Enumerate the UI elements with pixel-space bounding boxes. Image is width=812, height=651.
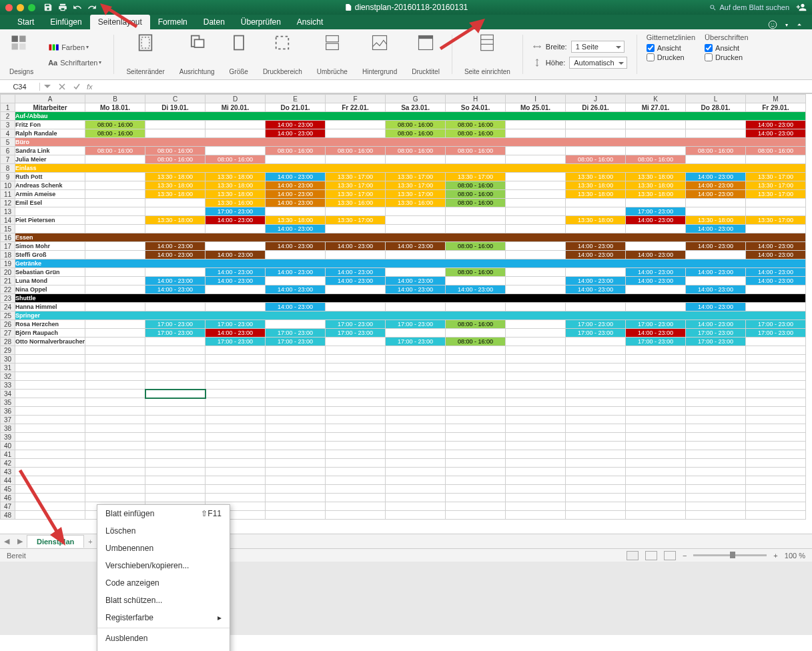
shift-cell[interactable] [145, 121, 206, 129]
shift-cell[interactable] [626, 285, 686, 294]
shift-cell[interactable] [85, 207, 145, 216]
cell[interactable] [446, 346, 506, 355]
shift-cell[interactable]: 14:00 - 23:00 [626, 268, 686, 277]
cell[interactable] [206, 459, 266, 468]
shift-cell[interactable]: 13:30 - 18:00 [145, 181, 206, 190]
shift-cell[interactable] [145, 199, 206, 207]
employee-name-cell[interactable]: Ruth Pott [15, 173, 85, 181]
shift-cell[interactable] [266, 277, 326, 285]
shift-cell[interactable] [506, 121, 566, 129]
shift-cell[interactable]: 08:00 - 16:00 [446, 129, 506, 138]
cell[interactable] [326, 381, 386, 390]
shift-cell[interactable]: 14:00 - 23:00 [266, 121, 326, 129]
cell[interactable] [626, 511, 686, 520]
shift-cell[interactable]: 08:00 - 16:00 [446, 320, 506, 329]
shift-cell[interactable]: 08:00 - 16:00 [686, 147, 746, 155]
row-header[interactable]: 2 [1, 112, 15, 121]
cell[interactable] [446, 424, 506, 433]
cell[interactable] [446, 502, 506, 511]
cell[interactable] [326, 511, 386, 520]
cell[interactable] [746, 511, 806, 520]
cell[interactable] [566, 459, 626, 468]
cell[interactable] [626, 494, 686, 502]
row-header[interactable]: 18 [1, 251, 15, 259]
cell[interactable] [206, 346, 266, 355]
cell[interactable] [145, 364, 206, 372]
view-page-break[interactable] [664, 551, 676, 560]
shift-cell[interactable]: 14:00 - 23:00 [326, 277, 386, 285]
shift-cell[interactable]: 17:00 - 23:00 [746, 329, 806, 338]
shift-cell[interactable] [386, 329, 446, 338]
shift-cell[interactable]: 14:00 - 23:00 [686, 285, 746, 294]
cell[interactable] [686, 511, 746, 520]
cell[interactable] [566, 442, 626, 450]
shift-cell[interactable] [85, 320, 145, 329]
shift-cell[interactable] [506, 277, 566, 285]
employee-name-cell[interactable]: Armin Ameise [15, 190, 85, 199]
cell[interactable] [85, 407, 145, 416]
cell[interactable] [506, 390, 566, 398]
cell[interactable] [626, 346, 686, 355]
cell[interactable] [326, 450, 386, 459]
shift-cell[interactable] [446, 277, 506, 285]
row-header[interactable]: 4 [1, 129, 15, 138]
shift-cell[interactable] [506, 216, 566, 225]
cell[interactable] [566, 416, 626, 424]
shift-cell[interactable] [506, 242, 566, 251]
cell[interactable] [206, 355, 266, 364]
shift-cell[interactable] [85, 155, 145, 164]
cell[interactable] [15, 468, 85, 476]
shift-cell[interactable] [85, 268, 145, 277]
cell[interactable] [145, 450, 206, 459]
cell[interactable] [15, 502, 85, 511]
row-header[interactable]: 35 [1, 398, 15, 407]
cell[interactable] [626, 424, 686, 433]
shift-cell[interactable] [506, 251, 566, 259]
cell[interactable] [145, 468, 206, 476]
header-cell[interactable]: Di 19.01. [145, 103, 206, 112]
shift-cell[interactable] [746, 155, 806, 164]
cell[interactable] [746, 364, 806, 372]
shift-cell[interactable] [206, 147, 266, 155]
cell[interactable] [15, 424, 85, 433]
shift-cell[interactable]: 08:00 - 16:00 [446, 121, 506, 129]
shift-cell[interactable] [206, 285, 266, 294]
cell[interactable] [626, 416, 686, 424]
shift-cell[interactable] [145, 207, 206, 216]
cell[interactable] [266, 398, 326, 407]
shift-cell[interactable] [85, 329, 145, 338]
cell[interactable] [15, 364, 85, 372]
shift-cell[interactable]: 14:00 - 23:00 [266, 285, 326, 294]
cell[interactable] [145, 416, 206, 424]
cell[interactable] [15, 476, 85, 485]
shift-cell[interactable]: 13:30 - 17:00 [746, 216, 806, 225]
row-header[interactable]: 9 [1, 173, 15, 181]
shift-cell[interactable]: 14:00 - 23:00 [206, 277, 266, 285]
shift-cell[interactable]: 17:00 - 23:00 [206, 338, 266, 346]
cell[interactable] [626, 355, 686, 364]
cell[interactable] [506, 355, 566, 364]
employee-name-cell[interactable]: Rosa Herzchen [15, 320, 85, 329]
shift-cell[interactable]: 14:00 - 23:00 [686, 173, 746, 181]
employee-name-cell[interactable]: Hanna Himmel [15, 303, 85, 311]
shift-cell[interactable]: 08:00 - 16:00 [626, 155, 686, 164]
view-normal[interactable] [627, 551, 639, 560]
shift-cell[interactable] [626, 147, 686, 155]
share-icon[interactable] [796, 2, 807, 13]
cell[interactable] [326, 398, 386, 407]
shift-cell[interactable] [446, 303, 506, 311]
cell[interactable] [386, 416, 446, 424]
shift-cell[interactable] [145, 338, 206, 346]
cell[interactable] [85, 442, 145, 450]
col-header[interactable]: D [206, 95, 266, 103]
shift-cell[interactable] [626, 199, 686, 207]
cell[interactable] [566, 511, 626, 520]
section-header[interactable]: Shuttle [15, 294, 806, 303]
cell[interactable] [446, 494, 506, 502]
shift-cell[interactable]: 14:00 - 23:00 [266, 225, 326, 233]
shift-cell[interactable] [446, 225, 506, 233]
shift-cell[interactable]: 08:00 - 16:00 [326, 147, 386, 155]
headings-view-checkbox[interactable]: Ansicht [705, 44, 748, 52]
row-header[interactable]: 42 [1, 459, 15, 468]
shift-cell[interactable]: 17:00 - 23:00 [386, 320, 446, 329]
